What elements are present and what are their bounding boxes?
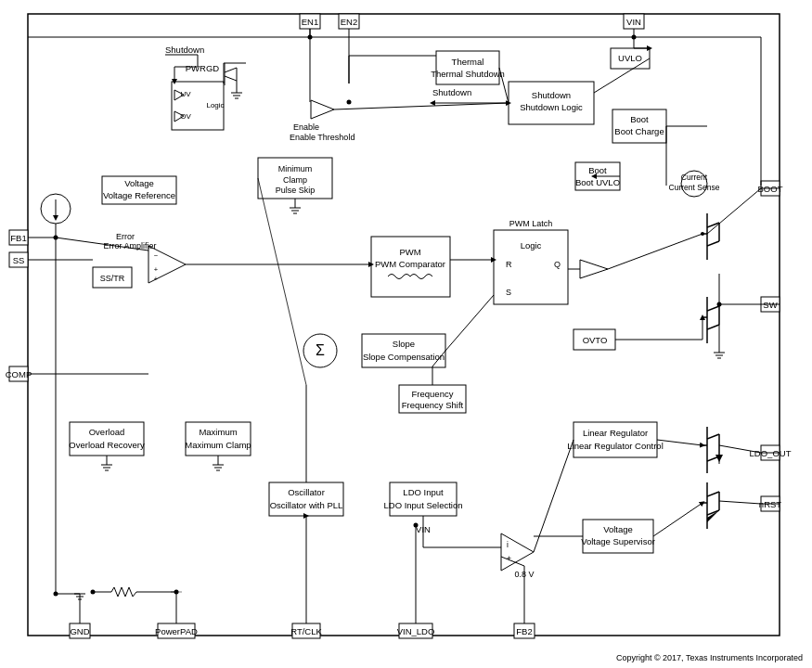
svg-marker-91 [715,455,723,462]
svg-line-161 [657,440,702,445]
boot-charge-label: Boot Charge [614,126,664,136]
voltage-ref-label: Voltage Reference [103,190,175,200]
svg-line-101 [334,103,509,109]
svg-line-163 [653,503,702,536]
powerpad-label: PowerPAD [155,626,198,636]
svg-point-164 [347,100,352,105]
shutdown-logic-block: Shutdown [532,90,571,100]
enable-threshold-label: Enable [293,122,319,132]
slope-comp-label: Slope Compensation [363,352,445,362]
svg-line-55 [707,241,719,246]
svg-line-113 [707,188,761,234]
svg-line-27 [225,76,237,81]
err-amp-minus: − [154,251,159,260]
svg-line-61 [707,325,719,329]
svg-marker-84 [501,533,534,571]
copyright-text: Copyright © 2017, Texas Instruments Inco… [616,653,803,662]
thermal-shutdown-label: Thermal Shutdown [431,69,505,79]
svg-point-142 [414,523,419,528]
overload-recovery-block: Overload [89,427,125,437]
err-amp-plus1: + [154,265,159,274]
freq-shift-block: Frequency [412,389,454,399]
circuit-diagram: EN1 EN2 VIN BOOT SW LDO_OUT nRST FB1 SS … [0,0,812,668]
pwm-latch-q: Q [554,260,561,269]
pwrgd-label: PWRGD [186,63,220,73]
svg-marker-114 [580,260,608,278]
ldo-input-sel-label: LDO Input Selection [383,500,462,510]
uvlo-block: UVLO [618,53,642,63]
svg-line-26 [225,68,237,72]
svg-line-160 [534,440,574,552]
min-clamp-label: Clamp [283,175,307,185]
max-clamp-label: Maximum Clamp [185,440,251,450]
comp-label: COMP [6,369,32,379]
svg-line-153 [445,295,494,351]
shutdown-text-top: Shutdown [165,45,204,55]
svg-line-60 [707,306,719,311]
pwm-comp-label: PWM Comparator [375,259,445,269]
lin-reg-ctrl-block: Linear Regulator [583,428,648,438]
svg-line-86 [707,434,719,439]
svg-line-123 [719,501,761,504]
fb2-label: FB2 [516,626,532,636]
current-sense-block: Current [681,173,708,182]
diagram-container: EN1 EN2 VIN BOOT SW LDO_OUT nRST FB1 SS … [0,0,812,668]
pwm-latch-r: R [506,260,512,269]
en2-pin-label: EN2 [341,17,357,27]
ldo-opamp-plus: + [507,554,511,563]
boot-uvlo-block: Boot [588,165,607,175]
enable-threshold-label2: Enable Threshold [290,133,354,142]
lin-reg-ctrl-label: Linear Regulator Control [567,441,664,451]
rtclk-label: RT/CLK [290,626,322,636]
shutdown-label-right: Shutdown [432,87,471,97]
freq-shift-label: Frequency Shift [402,400,464,410]
osc-pll-label: Oscillator with PLL [270,500,343,510]
slope-comp-block: Slope [393,339,415,349]
ldo-input-sel-block: LDO Input [403,487,444,497]
overload-recovery-label: Overload Recovery [69,440,145,450]
svg-point-146 [54,236,58,240]
gnd-label: GND [70,626,89,636]
pwm-latch-logic: Logic [521,240,542,250]
svg-point-119 [717,302,722,307]
shutdown-logic-label: Shutdown Logic [520,102,583,112]
svg-line-93 [707,492,719,496]
svg-line-155 [258,178,306,385]
min-clamp-block: Minimum [278,164,313,173]
ovto-block: OVTO [583,335,608,345]
pulse-skip-label: Pulse Skip [276,186,316,195]
ss-label: SS [13,255,25,265]
boot-uvlo-label: Boot UVLO [575,177,620,187]
pwm-latch-s: S [506,288,511,297]
logic-uv-ov-label: Logic [206,101,224,109]
pwm-latch-label: PWM Latch [509,219,553,228]
osc-pll-block: Oscillator [288,487,325,497]
vin-top-label: VIN [626,17,641,27]
svg-point-135 [91,590,96,595]
err-amp-plus2: + [154,275,159,283]
current-sense-label: Current Sense [669,183,720,192]
boot-charge-block: Boot [630,114,649,124]
volt-sup-label: Voltage Supervisor [581,536,655,546]
sigma-symbol: Σ [316,342,325,358]
fb1-label: FB1 [10,233,26,243]
error-amp-label: Error [116,232,135,241]
ov-label: OV [180,112,191,121]
en1-pin-label: EN1 [302,17,318,27]
svg-marker-100 [311,100,334,119]
ldo-opamp-minus: i [507,540,509,549]
svg-line-116 [608,234,702,269]
volt-sup-block: Voltage [603,524,633,534]
ss-tr-block: SS/TR [100,274,125,283]
error-amp-label2: Error Amplifier [103,241,156,250]
max-clamp-block: Maximum [199,427,237,437]
pwm-comp-block: PWM [399,247,420,257]
thermal-shutdown-block: Thermal [452,57,484,67]
voltage-ref-block: Voltage [124,178,154,188]
vin-ldo-label: VIN_LDO [397,626,435,636]
